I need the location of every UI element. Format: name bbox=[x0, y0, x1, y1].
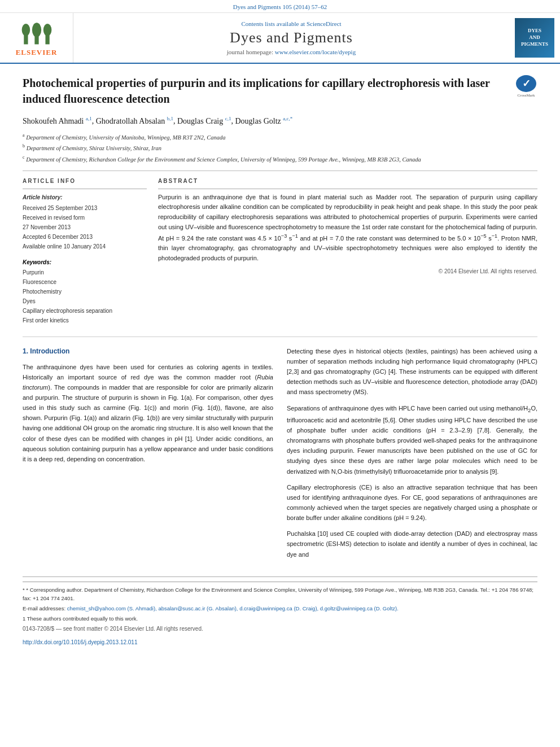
affiliation-b: b Department of Chemistry, Shiraz Univer… bbox=[23, 143, 537, 152]
article-title: Photochemical properties of purpurin and… bbox=[23, 75, 508, 107]
keyword-kinetics: First order kinetics bbox=[23, 316, 147, 325]
footnotes-area: * * Corresponding author. Department of … bbox=[23, 576, 537, 648]
elsevier-text: ELSEVIER bbox=[16, 48, 58, 57]
crossmark-icon: ✓ bbox=[516, 75, 536, 92]
info-abstract-columns: ARTICLE INFO Article history: Received 2… bbox=[23, 178, 537, 325]
body-area: 1. Introduction The anthraquinone dyes h… bbox=[23, 337, 537, 565]
keywords-section: Keywords: Purpurin Fluorescence Photoche… bbox=[23, 259, 147, 325]
abstract-box: Purpurin is an anthraquinone dye that is… bbox=[158, 189, 537, 274]
accepted-date: Accepted 6 December 2013 bbox=[23, 234, 93, 240]
science-direct-link[interactable]: ScienceDirect bbox=[307, 20, 342, 27]
corresponding-footnote: * * Corresponding author. Department of … bbox=[23, 586, 537, 602]
keyword-photochemistry: Photochemistry bbox=[23, 287, 147, 296]
body-col-1: 1. Introduction The anthraquinone dyes h… bbox=[23, 346, 273, 565]
received-revised-label: Received in revised form bbox=[23, 215, 85, 221]
svg-point-1 bbox=[21, 24, 30, 36]
elsevier-tree-icon bbox=[20, 19, 54, 47]
authors-line: Shokoufeh Ahmadi a,1, Ghodratollah Absal… bbox=[23, 115, 537, 128]
intro-para-1: The anthraquinone dyes have been used fo… bbox=[23, 362, 273, 464]
journal-logo-box: DYES AND PIGMENTS bbox=[515, 18, 554, 58]
article-content: Photochemical properties of purpurin and… bbox=[0, 64, 560, 658]
affiliations: a Department of Chemistry, University of… bbox=[23, 132, 537, 164]
body-columns: 1. Introduction The anthraquinone dyes h… bbox=[23, 346, 537, 565]
doi-link[interactable]: http://dx.doi.org/10.1016/j.dyepig.2013.… bbox=[23, 639, 138, 645]
contents-available-line: Contents lists available at ScienceDirec… bbox=[241, 20, 341, 27]
copyright-line: © 2014 Elsevier Ltd. All rights reserved… bbox=[158, 268, 537, 274]
keyword-purpurin: Purpurin bbox=[23, 268, 147, 277]
abstract-text: Purpurin is an anthraquinone dye that is… bbox=[158, 193, 537, 264]
svg-point-5 bbox=[43, 24, 51, 36]
affiliation-c: c Department of Chemistry, Richardson Co… bbox=[23, 154, 537, 164]
body-col-2: Detecting these dyes in historical objec… bbox=[287, 346, 537, 565]
journal-logo-area: DYES AND PIGMENTS bbox=[509, 13, 560, 63]
article-info-box: Article history: Received 25 September 2… bbox=[23, 189, 147, 251]
intro-para-5: Puchalska [10] used CE coupled with diod… bbox=[287, 528, 537, 559]
page: Dyes and Pigments 105 (2014) 57–62 ELSEV… bbox=[0, 0, 560, 747]
section1-heading: 1. Introduction bbox=[23, 346, 273, 357]
keywords-label: Keywords: bbox=[23, 259, 147, 265]
keyword-ce: Capillary electrophoresis separation bbox=[23, 306, 147, 316]
article-info-column: ARTICLE INFO Article history: Received 2… bbox=[23, 178, 147, 325]
received-date: Received 25 September 2013 bbox=[23, 205, 97, 211]
affiliation-a: a Department of Chemistry, University of… bbox=[23, 132, 537, 142]
abstract-label: ABSTRACT bbox=[158, 178, 537, 184]
keyword-dyes: Dyes bbox=[23, 296, 147, 306]
intro-para-3: Separations of anthraquinone dyes with H… bbox=[287, 403, 537, 477]
journal-homepage: journal homepage: www.elsevier.com/locat… bbox=[227, 49, 356, 55]
crossmark-label: CrossMark bbox=[517, 93, 535, 98]
journal-citation: Dyes and Pigments 105 (2014) 57–62 bbox=[233, 3, 327, 10]
keyword-fluorescence: Fluorescence bbox=[23, 277, 147, 287]
journal-title: Dyes and Pigments bbox=[230, 29, 353, 46]
elsevier-logo-area: ELSEVIER bbox=[0, 13, 73, 63]
revised-date: 27 November 2013 bbox=[23, 224, 71, 230]
history-label: Article history: bbox=[23, 193, 147, 202]
footnote-divider bbox=[23, 582, 537, 582]
elsevier-logo: ELSEVIER bbox=[16, 19, 58, 57]
crossmark-badge: ✓ CrossMark bbox=[515, 75, 537, 98]
journal-header-center: Contents lists available at ScienceDirec… bbox=[73, 13, 509, 63]
journal-header: ELSEVIER Contents lists available at Sci… bbox=[0, 13, 560, 64]
homepage-link[interactable]: www.elsevier.com/locate/dyepig bbox=[275, 49, 356, 55]
email-addresses: chemist_sh@yahoo.com (S. Ahmadi), absala… bbox=[67, 605, 399, 611]
email-footnote: E-mail addresses: chemist_sh@yahoo.com (… bbox=[23, 604, 537, 613]
doi-line: http://dx.doi.org/10.1016/j.dyepig.2013.… bbox=[23, 638, 537, 647]
section-divider bbox=[23, 171, 537, 171]
equal-contrib-footnote: 1 These authors contributed equally to t… bbox=[23, 614, 537, 623]
issn-line: 0143-7208/$ — see front matter © 2014 El… bbox=[23, 624, 537, 634]
email-label: E-mail addresses: bbox=[23, 605, 67, 611]
abstract-column: ABSTRACT Purpurin is an anthraquinone dy… bbox=[158, 178, 537, 325]
intro-para-4: Capillary electrophoresis (CE) is also a… bbox=[287, 482, 537, 523]
article-title-area: Photochemical properties of purpurin and… bbox=[23, 75, 537, 107]
intro-para-2: Detecting these dyes in historical objec… bbox=[287, 346, 537, 397]
svg-point-3 bbox=[32, 23, 41, 37]
available-date: Available online 10 January 2014 bbox=[23, 243, 106, 250]
journal-citation-bar: Dyes and Pigments 105 (2014) 57–62 bbox=[0, 0, 560, 13]
article-info-label: ARTICLE INFO bbox=[23, 178, 147, 184]
